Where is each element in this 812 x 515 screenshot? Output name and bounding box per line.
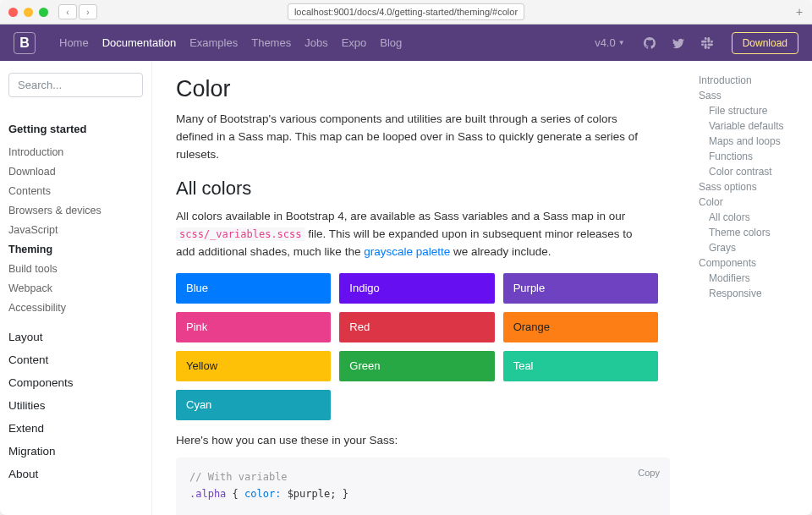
toc-item-file-structure[interactable]: File structure <box>694 103 804 118</box>
sidebar-nav-utilities[interactable]: Utilities <box>8 394 143 417</box>
code-text: { <box>226 488 244 500</box>
sidebar-nav-content[interactable]: Content <box>8 348 143 371</box>
toc-item-all-colors[interactable]: All colors <box>694 210 804 225</box>
copy-button[interactable]: Copy <box>638 466 660 481</box>
minimize-window-icon[interactable] <box>24 8 33 17</box>
swatch-yellow: Yellow <box>176 351 331 381</box>
github-icon[interactable] <box>639 37 661 49</box>
code-selector: .alpha <box>189 488 226 500</box>
main-layout: Getting started IntroductionDownloadCont… <box>0 61 812 515</box>
url-bar[interactable]: localhost:9001/docs/4.0/getting-started/… <box>288 3 524 20</box>
toc-item-maps-and-loops[interactable]: Maps and loops <box>694 134 804 149</box>
search-input[interactable] <box>8 73 143 97</box>
toc-item-color-contrast[interactable]: Color contrast <box>694 164 804 179</box>
traffic-lights <box>8 8 48 17</box>
new-tab-button[interactable]: + <box>792 4 807 19</box>
swatch-purple: Purple <box>503 273 658 304</box>
sidebar-item-webpack[interactable]: Webpack <box>8 278 143 298</box>
all-colors-paragraph: All colors available in Bootstrap 4, are… <box>176 208 650 261</box>
swatch-blue: Blue <box>176 273 331 304</box>
download-button[interactable]: Download <box>732 32 798 54</box>
nav-link-documentation[interactable]: Documentation <box>96 36 183 49</box>
swatch-green: Green <box>339 351 494 381</box>
right-sidebar: IntroductionSassFile structureVariable d… <box>694 61 812 515</box>
usage-paragraph: Here's how you can use these in your Sas… <box>176 432 650 450</box>
back-button[interactable]: ‹ <box>58 4 77 19</box>
nav-link-expo[interactable]: Expo <box>335 36 374 49</box>
text: we already include. <box>450 245 551 258</box>
nav-link-blog[interactable]: Blog <box>373 36 409 49</box>
swatch-orange: Orange <box>503 312 658 342</box>
version-select[interactable]: v4.0 ▼ <box>588 36 632 49</box>
page-title: Color <box>176 76 670 102</box>
swatch-pink: Pink <box>176 312 331 342</box>
toc-item-components[interactable]: Components <box>694 255 804 271</box>
toc-item-introduction[interactable]: Introduction <box>694 73 804 88</box>
chevron-down-icon: ▼ <box>618 39 625 47</box>
sidebar-item-theming[interactable]: Theming <box>8 239 143 259</box>
nav-link-themes[interactable]: Themes <box>244 36 298 49</box>
toc-item-sass[interactable]: Sass <box>694 88 804 103</box>
toc-item-variable-defaults[interactable]: Variable defaults <box>694 118 804 134</box>
sidebar-nav-components[interactable]: Components <box>8 371 143 394</box>
toc-item-sass-options[interactable]: Sass options <box>694 179 804 194</box>
nav-link-examples[interactable]: Examples <box>183 36 244 49</box>
swatch-teal: Teal <box>503 351 658 381</box>
toc-item-modifiers[interactable]: Modifiers <box>694 271 804 286</box>
sidebar-item-browsers-devices[interactable]: Browsers & devices <box>8 200 143 220</box>
sidebar-item-build-tools[interactable]: Build tools <box>8 259 143 278</box>
close-window-icon[interactable] <box>8 8 18 17</box>
slack-icon[interactable] <box>696 37 718 49</box>
sidebar-item-javascript[interactable]: JavaScript <box>8 220 143 239</box>
code-inline: scss/_variables.scss <box>176 227 305 241</box>
text: All colors available in Bootstrap 4, are… <box>176 210 625 222</box>
browser-chrome: ‹ › localhost:9001/docs/4.0/getting-star… <box>0 0 812 25</box>
toc-item-functions[interactable]: Functions <box>694 149 804 164</box>
sidebar-item-download[interactable]: Download <box>8 162 143 181</box>
version-label: v4.0 <box>595 36 616 49</box>
nav-link-home[interactable]: Home <box>52 36 96 49</box>
sidebar-item-introduction[interactable]: Introduction <box>8 142 143 162</box>
maximize-window-icon[interactable] <box>39 8 48 17</box>
twitter-icon[interactable] <box>667 37 689 49</box>
code-val: $purple; <box>281 488 342 500</box>
top-navbar: B HomeDocumentationExamplesThemesJobsExp… <box>0 25 812 61</box>
code-prop: color: <box>244 488 281 500</box>
color-swatch-grid: BlueIndigoPurplePinkRedOrangeYellowGreen… <box>176 273 658 420</box>
sidebar-item-accessibility[interactable]: Accessibility <box>8 298 143 317</box>
swatch-red: Red <box>339 312 494 342</box>
left-sidebar: Getting started IntroductionDownloadCont… <box>0 61 152 515</box>
nav-link-jobs[interactable]: Jobs <box>298 36 334 49</box>
code-block: Copy // With variable .alpha { color: $p… <box>176 457 670 515</box>
section-heading: All colors <box>176 178 670 200</box>
sidebar-nav-extend[interactable]: Extend <box>8 417 143 440</box>
main-content: Color Many of Bootstrap's various compon… <box>152 61 694 515</box>
swatch-indigo: Indigo <box>339 273 494 304</box>
toc-item-grays[interactable]: Grays <box>694 240 804 255</box>
toc-item-responsive[interactable]: Responsive <box>694 286 804 301</box>
swatch-cyan: Cyan <box>176 390 331 420</box>
brand-logo[interactable]: B <box>14 32 36 54</box>
sidebar-item-contents[interactable]: Contents <box>8 181 143 200</box>
nav-buttons: ‹ › <box>58 4 97 19</box>
sidebar-nav-about[interactable]: About <box>8 463 143 485</box>
code-text: } <box>343 488 348 500</box>
intro-paragraph: Many of Bootstrap's various components a… <box>176 111 650 164</box>
sidebar-nav-layout[interactable]: Layout <box>8 326 143 348</box>
code-comment: // With variable <box>189 471 288 483</box>
forward-button[interactable]: › <box>79 4 97 19</box>
sidebar-nav-migration[interactable]: Migration <box>8 440 143 463</box>
sidebar-section-title: Getting started <box>8 123 143 135</box>
toc-item-theme-colors[interactable]: Theme colors <box>694 225 804 240</box>
grayscale-link[interactable]: grayscale palette <box>364 245 450 258</box>
toc-item-color[interactable]: Color <box>694 194 804 210</box>
